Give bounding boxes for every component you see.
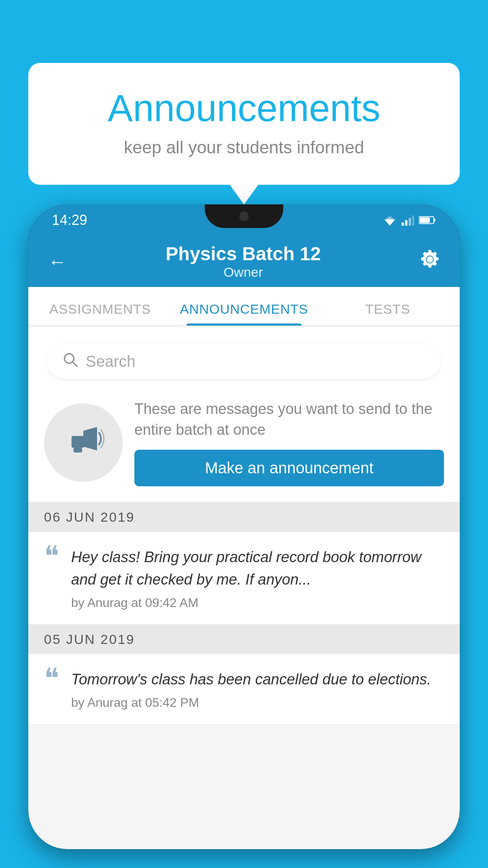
status-time: 14:29 xyxy=(52,212,87,228)
svg-marker-13 xyxy=(83,427,97,451)
signal-icon xyxy=(402,215,414,226)
svg-rect-5 xyxy=(409,218,411,226)
phone-wrapper: 14:29 xyxy=(28,204,460,868)
svg-rect-15 xyxy=(73,448,82,452)
bubble-subtitle: keep all your students informed xyxy=(60,138,428,157)
notch-camera xyxy=(239,211,249,221)
announcement-item-2[interactable]: ❝ Tomorrow's class has been cancelled du… xyxy=(28,654,460,725)
batch-name: Physics Batch 12 xyxy=(71,243,416,265)
make-announcement-button[interactable]: Make an announcement xyxy=(134,450,444,486)
svg-rect-6 xyxy=(412,215,414,226)
wifi-icon xyxy=(383,215,397,226)
search-placeholder: Search xyxy=(86,353,136,370)
announcement-content-2: Tomorrow's class has been cancelled due … xyxy=(71,668,444,710)
tabs-bar: ASSIGNMENTS ANNOUNCEMENTS TESTS xyxy=(28,287,460,326)
tab-tests[interactable]: TESTS xyxy=(316,302,460,326)
promo-icon-circle xyxy=(44,403,123,482)
date-separator-1: 06 JUN 2019 xyxy=(28,502,460,532)
settings-button[interactable] xyxy=(416,245,444,278)
tab-assignments[interactable]: ASSIGNMENTS xyxy=(28,302,172,326)
phone-screen: Search These are me xyxy=(28,326,460,849)
svg-rect-8 xyxy=(434,219,435,222)
announcement-text-1: Hey class! Bring your practical record b… xyxy=(71,546,444,591)
app-bar-title: Physics Batch 12 Owner xyxy=(71,243,416,280)
gear-icon xyxy=(420,249,440,270)
svg-rect-3 xyxy=(402,223,404,226)
phone-frame: 14:29 xyxy=(28,204,460,849)
promo-card: These are messages you want to send to t… xyxy=(28,387,460,502)
app-bar: ← Physics Batch 12 Owner xyxy=(28,236,460,287)
svg-rect-9 xyxy=(420,217,430,223)
tab-announcements[interactable]: ANNOUNCEMENTS xyxy=(172,302,316,326)
svg-rect-14 xyxy=(72,436,84,448)
role-label: Owner xyxy=(71,265,416,280)
quote-icon-2: ❝ xyxy=(44,664,59,693)
announcement-text-2: Tomorrow's class has been cancelled due … xyxy=(71,668,444,691)
battery-icon xyxy=(419,215,436,225)
status-bar: 14:29 xyxy=(28,204,460,236)
svg-rect-4 xyxy=(405,220,407,226)
quote-icon-1: ❝ xyxy=(44,542,59,570)
announcement-meta-2: by Anurag at 05:42 PM xyxy=(71,695,444,710)
megaphone-icon xyxy=(62,421,105,464)
speech-bubble: Announcements keep all your students inf… xyxy=(28,63,460,185)
announcement-meta-1: by Anurag at 09:42 AM xyxy=(71,596,444,610)
phone-notch xyxy=(205,204,283,228)
date-separator-2: 05 JUN 2019 xyxy=(28,625,460,654)
announcement-content-1: Hey class! Bring your practical record b… xyxy=(71,546,444,610)
speech-bubble-container: Announcements keep all your students inf… xyxy=(28,63,460,185)
search-bar[interactable]: Search xyxy=(47,344,441,379)
promo-right: These are messages you want to send to t… xyxy=(134,399,444,486)
svg-line-12 xyxy=(73,362,77,366)
back-button[interactable]: ← xyxy=(44,247,71,276)
search-icon xyxy=(63,352,78,371)
announcement-item-1[interactable]: ❝ Hey class! Bring your practical record… xyxy=(28,532,460,625)
status-icons xyxy=(383,215,436,226)
promo-description: These are messages you want to send to t… xyxy=(134,399,444,440)
bubble-title: Announcements xyxy=(60,86,428,130)
